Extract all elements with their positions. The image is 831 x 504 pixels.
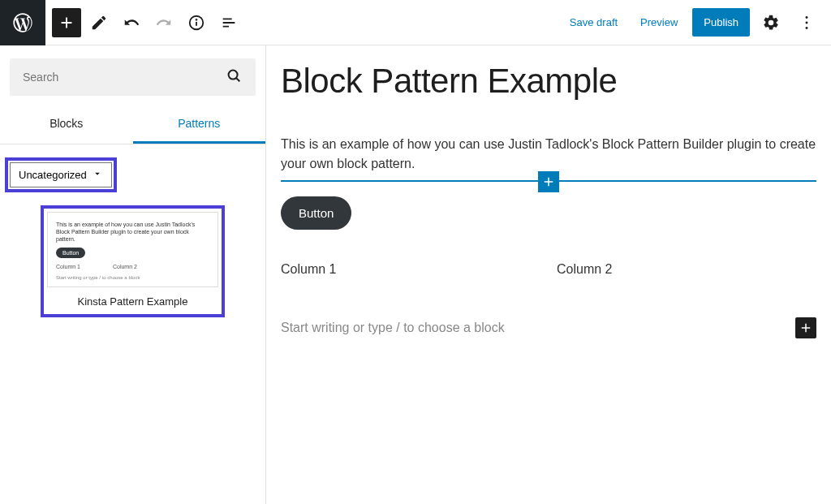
button-block[interactable]: Button [281,196,351,230]
preview-col1: Column 1 [56,263,80,270]
editor-canvas[interactable]: Block Pattern Example This is an example… [266,45,831,504]
pattern-item[interactable]: This is an example of how you can use Ju… [47,212,218,311]
edit-mode-button[interactable] [84,8,114,37]
columns-block[interactable]: Column 1 Column 2 [281,262,816,277]
preview-col2: Column 2 [113,263,137,270]
undo-button[interactable] [117,8,146,37]
svg-line-7 [236,78,239,81]
column-2[interactable]: Column 2 [557,262,816,277]
pattern-preview-thumbnail: This is an example of how you can use Ju… [47,212,218,287]
redo-button[interactable] [149,8,179,37]
svg-point-6 [229,71,238,80]
settings-button[interactable] [756,8,786,37]
svg-point-2 [196,19,197,19]
inserter-tabs: Blocks Patterns [0,106,265,144]
add-block-inline-button[interactable] [538,171,559,192]
tab-patterns[interactable]: Patterns [133,106,266,144]
add-block-button[interactable] [52,8,81,37]
main-area: Blocks Patterns Uncategorized This is an… [0,45,831,504]
wordpress-logo[interactable] [0,0,45,45]
top-toolbar: Save draft Preview Publish [0,0,831,45]
pattern-category-select[interactable]: Uncategorized [10,162,112,187]
block-inserter-panel: Blocks Patterns Uncategorized This is an… [0,45,266,504]
pattern-title: Kinsta Pattern Example [47,287,218,311]
outline-button[interactable] [214,8,243,37]
search-icon [225,67,243,88]
appender-placeholder-text: Start writing or type / to choose a bloc… [281,321,505,335]
column-1[interactable]: Column 1 [281,262,540,277]
publish-button[interactable]: Publish [692,8,750,37]
block-selection-border [281,180,816,182]
paragraph-block[interactable]: This is an example of how you can use Ju… [281,135,816,174]
more-options-button[interactable] [792,8,821,37]
post-title[interactable]: Block Pattern Example [281,62,816,101]
highlight-box-pattern: This is an example of how you can use Ju… [41,205,225,317]
highlight-box-category: Uncategorized [5,157,117,192]
svg-point-5 [806,26,808,28]
tab-blocks[interactable]: Blocks [0,106,133,144]
preview-placeholder: Start writing or type / to choose a bloc… [56,275,209,282]
search-input[interactable] [23,71,225,84]
preview-button[interactable]: Preview [632,10,686,35]
search-box[interactable] [10,58,256,96]
toolbar-left-group [45,8,243,37]
pattern-category-label: Uncategorized [19,169,87,181]
add-block-trailing-button[interactable] [795,317,816,338]
chevron-down-icon [92,168,103,182]
info-button[interactable] [182,8,211,37]
svg-point-3 [806,16,808,19]
svg-point-4 [806,21,808,24]
toolbar-right-group: Save draft Preview Publish [562,8,831,37]
save-draft-button[interactable]: Save draft [562,10,626,35]
default-block-appender[interactable]: Start writing or type / to choose a bloc… [281,317,816,338]
preview-body-text: This is an example of how you can use Ju… [56,221,209,243]
preview-button: Button [56,248,85,258]
